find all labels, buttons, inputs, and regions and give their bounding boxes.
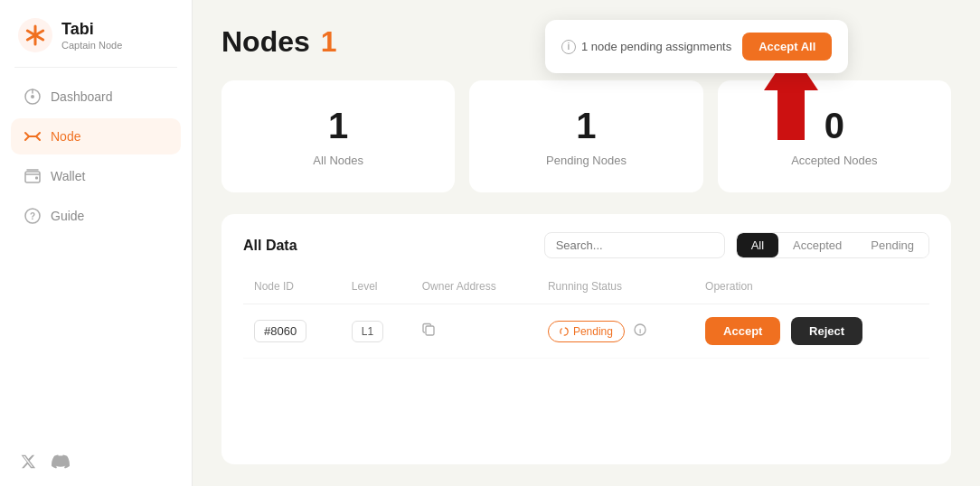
app-title: Tabi <box>61 20 122 40</box>
pending-spin-icon <box>560 327 569 336</box>
stat-card-accepted-nodes: 0 Accepted Nodes <box>718 80 951 192</box>
logo-area: Tabi Captain Node <box>0 0 192 67</box>
stat-card-pending-nodes: 1 Pending Nodes <box>469 80 702 192</box>
sidebar-item-node-label: Node <box>51 129 80 144</box>
sidebar-bottom <box>0 437 192 486</box>
page-count: 1 <box>321 25 337 59</box>
filter-tab-pending[interactable]: Pending <box>856 233 928 257</box>
tabi-logo-icon <box>18 18 52 52</box>
notification-info: i 1 node pending assignments <box>561 40 731 54</box>
page-title: Nodes <box>221 25 310 59</box>
accept-button[interactable]: Accept <box>705 317 780 345</box>
wallet-icon <box>24 167 42 185</box>
table-row: #8060 L1 <box>243 304 929 359</box>
filter-tabs: All Accepted Pending <box>736 232 929 258</box>
svg-point-5 <box>31 95 34 98</box>
twitter-icon[interactable] <box>18 452 38 472</box>
sidebar-item-guide-label: Guide <box>51 209 84 223</box>
search-box[interactable] <box>544 232 725 258</box>
svg-rect-15 <box>426 326 434 335</box>
cell-node-id: #8060 <box>243 304 341 359</box>
copy-icon[interactable] <box>422 322 437 337</box>
reject-button[interactable]: Reject <box>791 317 862 345</box>
cell-running-status: Pending i <box>537 304 694 359</box>
sidebar: Tabi Captain Node Dashboard <box>0 0 193 486</box>
table-thead: Node ID Level Owner Address Running Stat… <box>243 273 929 304</box>
table-tbody: #8060 L1 <box>243 304 929 359</box>
accept-all-button[interactable]: Accept All <box>742 33 832 61</box>
dashboard-icon <box>24 88 42 106</box>
cell-level: L1 <box>341 304 411 359</box>
sidebar-item-dashboard[interactable]: Dashboard <box>11 79 181 115</box>
filter-tab-all[interactable]: All <box>737 233 778 257</box>
svg-point-16 <box>561 327 568 334</box>
table-title: All Data <box>243 238 297 254</box>
table-section: All Data All Accepted Pending <box>221 214 951 464</box>
cell-owner-address <box>411 304 537 359</box>
stat-card-all-nodes: 1 All Nodes <box>221 80 455 192</box>
notification-message: 1 node pending assignments <box>581 40 731 53</box>
search-input[interactable] <box>556 238 708 252</box>
sidebar-nav: Dashboard Node <box>0 68 192 437</box>
logo-text: Tabi Captain Node <box>61 20 122 51</box>
all-nodes-label: All Nodes <box>313 154 363 167</box>
table-controls: All Accepted Pending <box>544 232 929 258</box>
main-content: Nodes 1 i 1 node pending assignments Acc… <box>193 0 980 486</box>
svg-text:i: i <box>638 327 640 335</box>
all-nodes-number: 1 <box>328 106 348 146</box>
pending-nodes-number: 1 <box>576 106 596 146</box>
sidebar-item-dashboard-label: Dashboard <box>51 89 113 104</box>
svg-text:?: ? <box>30 211 35 221</box>
status-text: Pending <box>573 325 613 338</box>
status-badge-pending: Pending <box>548 321 625 342</box>
level-badge: L1 <box>352 321 383 342</box>
table-header: All Data All Accepted Pending <box>243 232 929 258</box>
app-subtitle: Captain Node <box>61 40 122 51</box>
cell-operation: Accept Reject <box>694 304 929 359</box>
col-node-id: Node ID <box>243 273 341 304</box>
col-owner-address: Owner Address <box>411 273 537 304</box>
discord-icon[interactable] <box>51 452 71 472</box>
notification-popup: i 1 node pending assignments Accept All <box>545 20 848 73</box>
col-level: Level <box>341 273 411 304</box>
status-info-icon[interactable]: i <box>634 325 646 339</box>
guide-icon: ? <box>24 207 42 225</box>
sidebar-item-node[interactable]: Node <box>11 118 181 154</box>
data-table: Node ID Level Owner Address Running Stat… <box>243 273 929 359</box>
node-icon <box>24 127 42 145</box>
sidebar-item-wallet-label: Wallet <box>51 169 85 183</box>
pending-nodes-label: Pending Nodes <box>546 154 627 167</box>
accepted-nodes-number: 0 <box>825 106 844 146</box>
col-running-status: Running Status <box>537 273 694 304</box>
filter-tab-accepted[interactable]: Accepted <box>778 233 856 257</box>
accepted-nodes-label: Accepted Nodes <box>791 154 877 167</box>
stats-row: 1 All Nodes 1 Pending Nodes 0 Accepted N… <box>221 80 951 192</box>
sidebar-item-wallet[interactable]: Wallet <box>11 158 181 194</box>
svg-rect-9 <box>35 177 38 180</box>
info-icon: i <box>561 40 576 54</box>
node-id-badge: #8060 <box>254 320 306 342</box>
col-operation: Operation <box>694 273 929 304</box>
sidebar-item-guide[interactable]: ? Guide <box>11 198 181 234</box>
